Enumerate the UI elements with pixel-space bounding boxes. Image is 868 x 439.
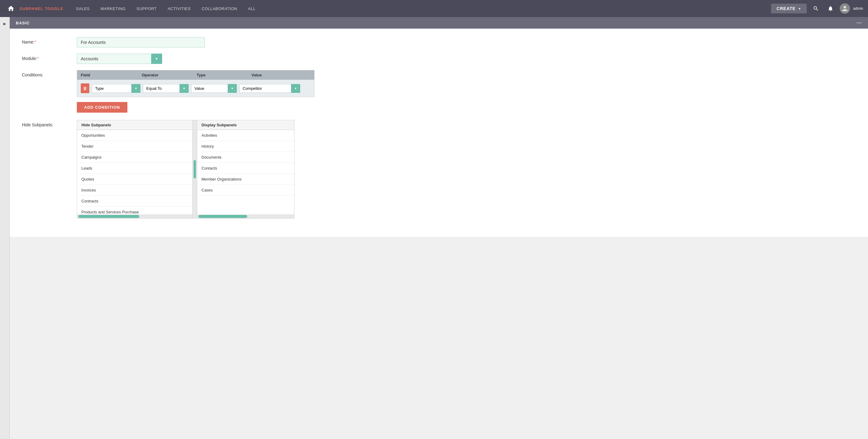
add-condition-button[interactable]: ADD CONDITION xyxy=(77,102,127,113)
name-label: Name:* xyxy=(22,37,77,44)
module-row: Module:* Accounts Contacts Leads Opportu… xyxy=(22,54,856,64)
list-item[interactable]: Leads xyxy=(77,163,192,174)
search-button[interactable] xyxy=(810,3,822,14)
section-title: BASIC xyxy=(16,21,30,25)
nav-support[interactable]: SUPPORT xyxy=(131,0,162,17)
hide-subpanels-container: Hide Subpanels Opportunities Tender Camp… xyxy=(77,120,193,218)
list-item[interactable]: Activities xyxy=(197,130,294,141)
col-type: Type xyxy=(196,73,251,77)
list-item[interactable]: Cases xyxy=(197,185,294,196)
list-item[interactable]: Tender xyxy=(77,141,192,152)
hide-subpanels-header: Hide Subpanels xyxy=(77,120,193,130)
nav-marketing[interactable]: MARKETING xyxy=(95,0,131,17)
nav-collaboration[interactable]: COLLABORATION xyxy=(196,0,243,17)
module-label: Module:* xyxy=(22,54,77,61)
display-list-scrollbar[interactable] xyxy=(197,215,294,218)
hide-list-scrollbar[interactable] xyxy=(77,215,193,218)
module-select-wrap: Accounts Contacts Leads Opportunities xyxy=(77,54,162,64)
display-subpanels-header: Display Subpanels xyxy=(197,120,294,130)
list-item[interactable]: Opportunities xyxy=(77,130,192,141)
col-operator: Operator xyxy=(142,73,196,77)
operator-select[interactable]: Equal To Not Equal To xyxy=(143,84,189,93)
list-item[interactable]: Invoices xyxy=(77,185,192,196)
main-content: BASIC — Name:* Module:* Accounts Contact… xyxy=(10,17,868,237)
minimize-button[interactable]: — xyxy=(857,20,862,26)
list-item[interactable]: History xyxy=(197,141,294,152)
user-menu[interactable]: admin xyxy=(840,3,863,14)
conditions-header: Field Operator Type Value xyxy=(77,70,314,80)
name-input[interactable] xyxy=(77,37,205,47)
list-scrollbar-thumb xyxy=(193,160,196,178)
conditions-control: Field Operator Type Value Type Name xyxy=(77,70,856,113)
col-value: Value xyxy=(251,73,314,77)
subpanels-wrap: Hide Subpanels Opportunities Tender Camp… xyxy=(77,120,856,218)
module-control: Accounts Contacts Leads Opportunities xyxy=(77,54,856,64)
conditions-row: Conditions: Field Operator Type Value xyxy=(22,70,856,113)
name-row: Name:* xyxy=(22,37,856,47)
conditions-body: Type Name Equal To Not Equal To xyxy=(77,80,314,97)
display-scroll-thumb xyxy=(198,215,247,218)
list-separator-scrollbar[interactable] xyxy=(193,120,197,218)
list-item[interactable]: Documents xyxy=(197,152,294,163)
list-item[interactable]: Member Organizations xyxy=(197,174,294,185)
nav-all[interactable]: ALL xyxy=(243,0,261,17)
hide-scroll-thumb xyxy=(78,215,139,218)
display-subpanels-list[interactable]: Activities History Documents Contacts Me… xyxy=(197,130,294,215)
type-select[interactable]: Value Field xyxy=(191,84,237,93)
value-select[interactable]: Competitor Customer Partner xyxy=(239,84,300,93)
section-header: BASIC — xyxy=(10,17,868,29)
notifications-button[interactable] xyxy=(825,3,836,14)
display-subpanels-container: Display Subpanels Activities History Doc… xyxy=(197,120,294,218)
top-navigation: SUBPANEL TOGGLE SALES MARKETING SUPPORT … xyxy=(0,0,868,17)
nav-actions: CREATE ▼ admin xyxy=(771,3,863,14)
nav-activities[interactable]: ACTIVITIES xyxy=(162,0,196,17)
subpanels-control: Hide Subpanels Opportunities Tender Camp… xyxy=(77,120,856,218)
list-item[interactable]: Quotes xyxy=(77,174,192,185)
sidebar-play-icon[interactable]: ▶ xyxy=(2,21,8,27)
field-select-wrap: Type Name xyxy=(92,84,141,93)
name-required-marker: * xyxy=(34,40,36,44)
hide-subpanels-list[interactable]: Opportunities Tender Campaigns Leads Quo… xyxy=(77,130,193,215)
field-select[interactable]: Type Name xyxy=(92,84,141,93)
avatar xyxy=(840,3,850,14)
nav-sales[interactable]: SALES xyxy=(71,0,95,17)
hide-subpanels-label: Hide Subpanels: xyxy=(22,120,77,127)
condition-row: Type Name Equal To Not Equal To xyxy=(81,83,311,93)
list-item[interactable]: Contacts xyxy=(197,163,294,174)
module-select[interactable]: Accounts Contacts Leads Opportunities xyxy=(77,54,162,64)
conditions-label: Conditions: xyxy=(22,70,77,77)
value-select-wrap: Competitor Customer Partner xyxy=(239,84,300,93)
home-button[interactable] xyxy=(5,2,17,14)
list-item[interactable]: Campaigns xyxy=(77,152,192,163)
brand-label[interactable]: SUBPANEL TOGGLE xyxy=(20,6,63,11)
col-field: Field xyxy=(81,73,142,77)
operator-select-wrap: Equal To Not Equal To xyxy=(143,84,189,93)
list-item[interactable]: Contracts xyxy=(77,196,192,207)
sidebar-toggle: ▶ xyxy=(0,17,10,237)
delete-condition-button[interactable] xyxy=(81,83,89,93)
create-label: CREATE xyxy=(777,6,796,11)
create-chevron-icon: ▼ xyxy=(798,7,801,10)
nav-links: SALES MARKETING SUPPORT ACTIVITIES COLLA… xyxy=(71,0,771,17)
create-button[interactable]: CREATE ▼ xyxy=(771,4,807,13)
form-area: Name:* Module:* Accounts Contacts Leads … xyxy=(10,29,868,237)
type-select-wrap: Value Field xyxy=(191,84,237,93)
admin-label: admin xyxy=(853,6,863,11)
module-required-marker: * xyxy=(37,56,39,61)
list-item[interactable]: Products and Services Purchase xyxy=(77,207,192,215)
conditions-table: Field Operator Type Value Type Name xyxy=(77,70,314,97)
name-control xyxy=(77,37,856,47)
hide-subpanels-row: Hide Subpanels: Hide Subpanels Opportuni… xyxy=(22,120,856,218)
